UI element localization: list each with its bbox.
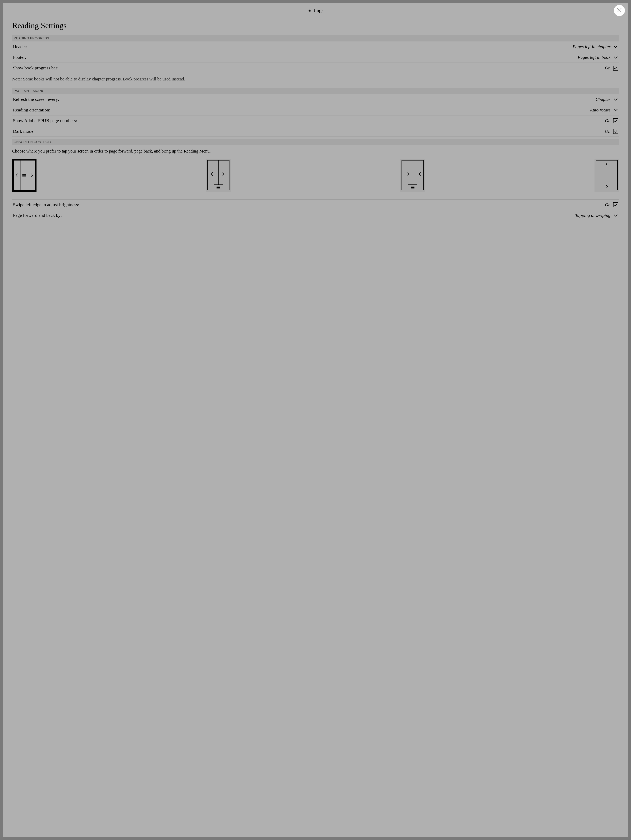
settings-panel: Settings Reading Settings READING PROGRE…: [3, 3, 628, 837]
row-footer-display[interactable]: Footer: Pages left in book: [12, 52, 619, 63]
row-value: On: [605, 129, 610, 134]
checkbox-checked-icon[interactable]: [613, 202, 618, 207]
chevron-down-icon: [613, 56, 618, 59]
row-value: Auto rotate: [590, 107, 610, 112]
row-label: Header:: [13, 44, 27, 49]
tap-layout-option-3[interactable]: [401, 159, 425, 192]
menu-icon: [410, 186, 415, 189]
checkbox-checked-icon[interactable]: [613, 118, 618, 123]
layout-diagram: [402, 160, 424, 190]
row-value: Chapter: [595, 97, 610, 102]
close-button[interactable]: [614, 5, 625, 16]
row-adobe-epub[interactable]: Show Adobe EPUB page numbers: On: [12, 115, 619, 126]
row-label: Footer:: [13, 55, 26, 60]
row-label: Refresh the screen every:: [13, 97, 59, 102]
row-value: Tapping or swiping: [575, 213, 610, 218]
menu-icon: [604, 174, 609, 177]
chevron-down-icon: [613, 98, 618, 101]
chevron-left-icon: [604, 163, 609, 166]
tap-layout-option-2[interactable]: [206, 159, 230, 192]
row-refresh-screen[interactable]: Refresh the screen every: Chapter: [12, 94, 619, 105]
section-header-onscreen-controls: ONSCREEN CONTROLS: [12, 139, 619, 145]
topbar: Settings: [3, 3, 628, 15]
tap-layout-options: [12, 158, 619, 199]
row-value: On: [605, 118, 610, 123]
layout-diagram: [12, 159, 36, 192]
page-title: Reading Settings: [12, 21, 619, 30]
row-value: Pages left in book: [577, 55, 610, 60]
row-header-display[interactable]: Header: Pages left in chapter: [12, 41, 619, 52]
row-label: Reading orientation:: [13, 107, 50, 112]
row-label: Show book progress bar:: [13, 65, 58, 71]
menu-icon: [216, 186, 221, 189]
row-page-forward-back[interactable]: Page forward and back by: Tapping or swi…: [12, 210, 619, 221]
chevron-down-icon: [613, 109, 618, 111]
tap-layout-option-4[interactable]: [595, 159, 619, 192]
checkbox-checked-icon[interactable]: [613, 129, 618, 134]
row-label: Page forward and back by:: [13, 213, 62, 218]
layout-diagram: [596, 160, 618, 190]
controls-description: Choose where you prefer to tap your scre…: [12, 145, 619, 158]
menu-icon: [22, 174, 27, 177]
chevron-right-icon: [407, 172, 410, 176]
chevron-right-icon: [604, 185, 609, 188]
chevron-left-icon: [210, 172, 213, 176]
chevron-down-icon: [613, 214, 618, 217]
row-value: On: [605, 202, 610, 207]
topbar-title: Settings: [308, 8, 323, 13]
row-label: Swipe left edge to adjust brightness:: [13, 202, 79, 207]
chevron-right-icon: [30, 173, 33, 177]
chevron-right-icon: [222, 172, 225, 176]
row-swipe-brightness[interactable]: Swipe left edge to adjust brightness: On: [12, 199, 619, 210]
row-value: Pages left in chapter: [573, 44, 610, 49]
close-icon: [617, 8, 622, 14]
row-value: On: [605, 65, 610, 71]
chevron-down-icon: [613, 46, 618, 48]
row-show-progress-bar[interactable]: Show book progress bar: On: [12, 63, 619, 73]
tap-layout-option-1[interactable]: [12, 159, 36, 192]
row-label: Show Adobe EPUB page numbers:: [13, 118, 77, 123]
chevron-left-icon: [418, 172, 421, 176]
row-reading-orientation[interactable]: Reading orientation: Auto rotate: [12, 105, 619, 115]
layout-diagram: [207, 160, 229, 190]
row-label: Dark mode:: [13, 129, 35, 134]
section-header-page-appearance: PAGE APPEARANCE: [12, 88, 619, 94]
checkbox-checked-icon[interactable]: [613, 66, 618, 71]
section-header-reading-progress: READING PROGRESS: [12, 35, 619, 41]
progress-note: Note: Some books will not be able to dis…: [12, 73, 619, 88]
row-dark-mode[interactable]: Dark mode: On: [12, 126, 619, 137]
chevron-left-icon: [15, 173, 18, 177]
